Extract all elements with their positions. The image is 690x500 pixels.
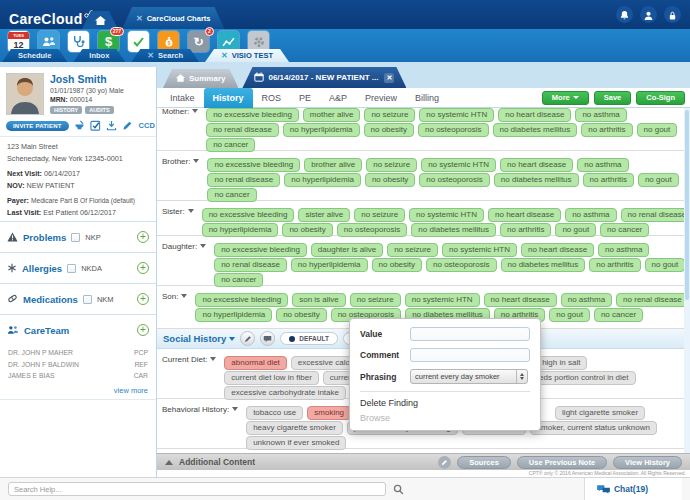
more-button[interactable]: More xyxy=(542,91,589,105)
add-careteam-button[interactable] xyxy=(137,324,149,336)
support-button[interactable] xyxy=(640,6,657,23)
default-toggle[interactable]: DEFAULT xyxy=(280,332,338,345)
tab-billing[interactable]: Billing xyxy=(406,88,448,108)
finding-pill[interactable]: no obesity xyxy=(365,173,415,187)
row-label[interactable]: Mother: xyxy=(162,108,206,148)
view-more-link[interactable]: view more xyxy=(0,384,156,400)
edit-pencil-button[interactable] xyxy=(438,456,451,469)
finding-pill[interactable]: no arthritis xyxy=(581,123,632,137)
finding-pill[interactable]: no arthritis xyxy=(500,223,551,237)
finding-pill[interactable]: no hyperlipidemia xyxy=(284,173,361,187)
additional-content-bar[interactable]: Additional Content Sources Use Previous … xyxy=(157,453,690,470)
search-help-input[interactable] xyxy=(8,482,386,496)
finding-pill[interactable]: no obesity xyxy=(282,223,332,237)
careteam-member-row[interactable]: DR. JOHN F BALDWINREF xyxy=(8,359,148,371)
finding-pill[interactable]: no diabetes mellitus xyxy=(493,123,578,137)
finding-pill[interactable]: no cancer xyxy=(214,273,263,287)
sidebar-item-allergies[interactable]: Allergies NKDA xyxy=(0,252,156,283)
row-label[interactable]: Current Diet: xyxy=(162,351,224,396)
finding-pill[interactable]: no osteoporosis xyxy=(426,258,496,272)
finding-pill[interactable]: no diabetes mellitus xyxy=(494,173,579,187)
tab-summary[interactable]: Summary xyxy=(163,69,238,88)
finding-pill[interactable]: unknown if ever smoked xyxy=(246,436,346,450)
workspace-tab-schedule[interactable]: Schedule xyxy=(2,49,67,62)
browse-link[interactable]: Browse xyxy=(360,413,530,423)
finding-pill[interactable]: no cancer xyxy=(206,138,255,152)
finding-pill[interactable]: no gout xyxy=(638,173,679,187)
finding-pill[interactable]: no hyperlipidemia xyxy=(291,258,368,272)
sources-button[interactable]: Sources xyxy=(457,456,511,469)
history-badge[interactable]: HISTORY xyxy=(50,106,82,114)
use-previous-note-button[interactable]: Use Previous Note xyxy=(517,456,607,469)
edit-pencil-icon[interactable] xyxy=(122,120,133,131)
phrasing-select[interactable]: current every day smoker xyxy=(410,369,528,384)
collapse-arrow-icon[interactable] xyxy=(165,460,173,465)
charts-window-tab[interactable]: ✕ CareCloud Charts xyxy=(122,7,224,29)
workspace-tab-visio-test[interactable]: ✕VISIO TEST xyxy=(205,49,289,62)
finding-pill[interactable]: no diabetes mellitus xyxy=(411,223,496,237)
finding-pill[interactable]: no hyperlipidemia xyxy=(202,223,279,237)
add-allergy-button[interactable] xyxy=(137,262,149,274)
tab-encounter[interactable]: 06/14/2017 - NEW PATIENT ... ✕ xyxy=(242,67,406,88)
finding-pill[interactable]: no diabetes mellitus xyxy=(501,258,586,272)
finding-pill[interactable]: no osteoporosis xyxy=(419,173,489,187)
vertical-scrollbar[interactable] xyxy=(684,108,690,455)
tab-preview[interactable]: Preview xyxy=(356,88,406,108)
row-label[interactable]: Son: xyxy=(162,288,195,318)
lock-button[interactable] xyxy=(664,6,681,23)
save-button[interactable]: Save xyxy=(594,91,632,105)
careteam-member-row[interactable]: DR. JOHN P MAHERPCP xyxy=(8,347,148,359)
finding-pill[interactable]: no hyperlipidemia xyxy=(195,308,272,322)
sidebar-item-careteam[interactable]: CareTeam xyxy=(0,314,156,345)
finding-pill[interactable]: no gout xyxy=(555,223,596,237)
tab-intake[interactable]: Intake xyxy=(161,88,204,108)
finding-pill[interactable]: no osteoporosis xyxy=(418,123,488,137)
delete-finding-link[interactable]: Delete Finding xyxy=(360,398,530,408)
finding-pill[interactable]: no gout xyxy=(637,123,678,137)
finding-pill[interactable]: no cancer xyxy=(600,223,649,237)
audits-badge[interactable]: AUDITS xyxy=(85,106,113,114)
row-label[interactable]: Brother: xyxy=(162,153,207,198)
workspace-tab-search[interactable]: ✕Search xyxy=(131,49,199,62)
finding-pill[interactable]: no obesity xyxy=(364,123,414,137)
nkda-checkbox[interactable] xyxy=(67,264,76,273)
finding-pill[interactable]: no cancer xyxy=(594,308,643,322)
add-problem-button[interactable] xyxy=(137,231,149,243)
close-icon[interactable]: ✕ xyxy=(136,14,143,23)
social-history-title[interactable]: Social History xyxy=(163,333,235,344)
finding-pill[interactable]: no arthritis xyxy=(589,258,640,272)
finding-pill[interactable]: no cancer xyxy=(207,188,256,202)
download-icon[interactable] xyxy=(106,120,117,131)
row-label[interactable]: Sister: xyxy=(162,203,202,233)
tab-ros[interactable]: ROS xyxy=(253,88,291,108)
close-icon[interactable]: ✕ xyxy=(384,73,394,83)
sidebar-item-problems[interactable]: Problems NKP xyxy=(0,221,156,252)
notifications-button[interactable] xyxy=(616,6,633,23)
chat-button[interactable]: Chat(19) xyxy=(584,478,682,500)
finding-pill[interactable]: no gout xyxy=(645,258,686,272)
finding-pill[interactable]: no hyperlipidemia xyxy=(283,123,360,137)
view-history-button[interactable]: View History xyxy=(613,456,682,469)
finding-pill[interactable]: no obesity xyxy=(276,308,326,322)
tab-history[interactable]: History xyxy=(204,88,253,108)
edit-pencil-button[interactable] xyxy=(240,331,255,346)
nkp-checkbox[interactable] xyxy=(71,233,80,242)
sidebar-item-medications[interactable]: Medications NKM xyxy=(0,283,156,314)
add-medication-button[interactable] xyxy=(137,293,149,305)
nkm-checkbox[interactable] xyxy=(83,295,92,304)
consent-checkbox-icon[interactable] xyxy=(90,120,101,131)
value-input[interactable] xyxy=(410,327,530,341)
tab-aandp[interactable]: A&P xyxy=(320,88,356,108)
close-icon[interactable]: ✕ xyxy=(147,51,154,60)
comment-bubble-button[interactable] xyxy=(260,331,275,346)
finding-pill[interactable]: no obesity xyxy=(372,258,422,272)
pharmacy-mortar-icon[interactable] xyxy=(74,120,85,131)
tab-pe[interactable]: PE xyxy=(290,88,320,108)
scrollbar-thumb[interactable] xyxy=(685,110,689,300)
finding-pill[interactable]: no arthritis xyxy=(583,173,634,187)
careteam-member-row[interactable]: JAMES E BIASCAR xyxy=(8,370,148,382)
row-label[interactable]: Daughter: xyxy=(162,238,214,283)
search-icon[interactable] xyxy=(393,484,404,495)
finding-pill[interactable]: no gout xyxy=(549,308,590,322)
close-icon[interactable]: ✕ xyxy=(221,51,228,60)
